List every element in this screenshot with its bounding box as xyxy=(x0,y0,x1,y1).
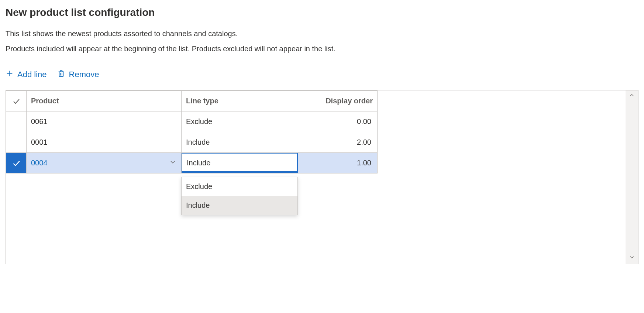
table-row[interactable]: 0061 Exclude 0.00 xyxy=(6,111,378,132)
plus-icon xyxy=(6,69,14,80)
dropdown-option-exclude[interactable]: Exclude xyxy=(182,177,297,196)
line-type-cell[interactable]: Include xyxy=(182,153,298,173)
remove-label: Remove xyxy=(69,70,99,79)
vertical-scrollbar[interactable] xyxy=(626,90,638,264)
line-type-cell[interactable]: Exclude xyxy=(182,111,298,132)
product-column-header[interactable]: Product xyxy=(27,91,182,111)
line-type-dropdown-popup: Exclude Include xyxy=(181,177,298,215)
line-type-column-header[interactable]: Line type xyxy=(182,91,298,111)
check-icon xyxy=(6,153,26,173)
display-order-cell[interactable]: 2.00 xyxy=(298,132,378,153)
table-row[interactable]: 0001 Include 2.00 xyxy=(6,132,378,153)
display-order-cell[interactable]: 1.00 xyxy=(298,153,378,173)
trash-icon xyxy=(57,69,65,80)
display-order-cell[interactable]: 0.00 xyxy=(298,111,378,132)
product-grid: Product Line type Display order 0061 Exc… xyxy=(6,90,638,264)
page-title: New product list configuration xyxy=(6,7,638,18)
product-value: 0004 xyxy=(31,159,48,167)
row-select-cell[interactable] xyxy=(6,111,27,132)
product-cell[interactable]: 0061 xyxy=(27,111,182,132)
display-order-column-header[interactable]: Display order xyxy=(298,91,378,111)
chevron-down-icon[interactable] xyxy=(169,158,177,168)
remove-button[interactable]: Remove xyxy=(57,69,99,80)
check-icon xyxy=(6,91,26,111)
line-type-cell[interactable]: Include xyxy=(182,132,298,153)
line-type-value: Include xyxy=(187,159,211,167)
select-all-header[interactable] xyxy=(6,91,27,111)
product-cell[interactable]: 0001 xyxy=(27,132,182,153)
dropdown-option-include[interactable]: Include xyxy=(182,196,297,215)
add-line-button[interactable]: Add line xyxy=(6,69,47,80)
line-type-dropdown[interactable]: Include xyxy=(182,153,298,173)
description-line-1: This list shows the newest products asso… xyxy=(6,30,638,38)
row-select-cell[interactable] xyxy=(6,132,27,153)
description-line-2: Products included will appear at the beg… xyxy=(6,45,638,53)
row-select-cell[interactable] xyxy=(6,153,27,173)
table-row[interactable]: 0004 Include 1.00 xyxy=(6,153,378,173)
add-line-label: Add line xyxy=(17,70,47,79)
svg-rect-2 xyxy=(59,72,63,76)
product-cell[interactable]: 0004 xyxy=(27,153,182,173)
grid-header-row: Product Line type Display order xyxy=(6,91,378,111)
grid-toolbar: Add line Remove xyxy=(6,69,638,80)
chevron-down-icon[interactable] xyxy=(628,254,635,262)
chevron-up-icon[interactable] xyxy=(628,92,635,100)
